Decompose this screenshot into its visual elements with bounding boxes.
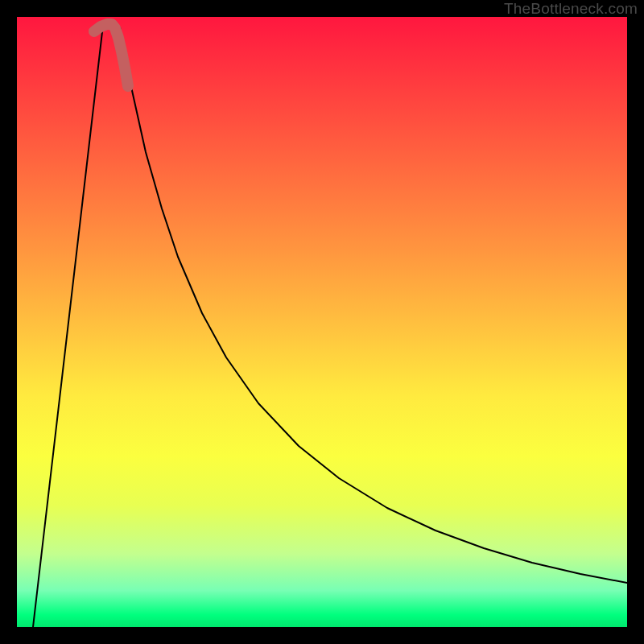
- plot-gradient-background: [17, 17, 627, 627]
- watermark-text: TheBottleneck.com: [504, 0, 638, 18]
- chart-container: TheBottleneck.com: [0, 0, 644, 644]
